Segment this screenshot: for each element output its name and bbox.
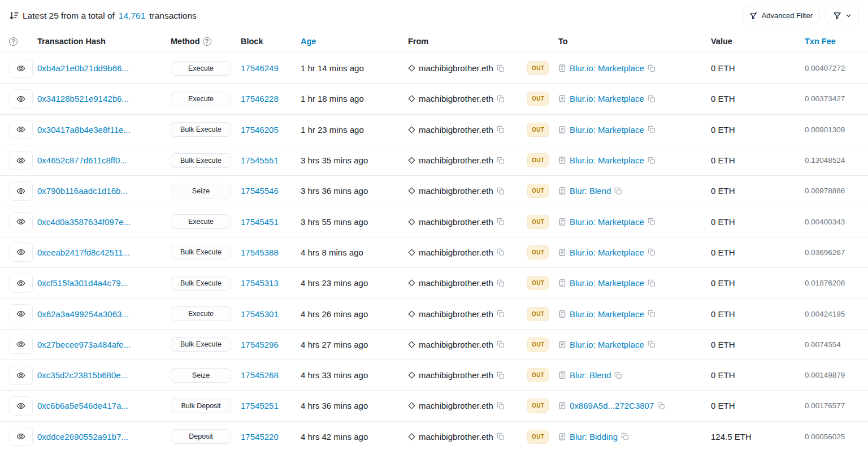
preview-transaction-button[interactable]	[9, 304, 33, 323]
transaction-hash-link[interactable]: 0x34128b521e9142b6...	[37, 94, 129, 103]
from-address-link[interactable]: machibigbrother.eth	[419, 401, 493, 410]
transaction-hash-link[interactable]: 0xeeab2417fd8c42511...	[37, 248, 130, 257]
to-address-link[interactable]: Blur.io: Marketplace	[570, 248, 644, 257]
preview-transaction-button[interactable]	[9, 335, 33, 354]
block-link[interactable]: 17545268	[241, 370, 279, 380]
from-address-link[interactable]: machibigbrother.eth	[419, 340, 493, 349]
transaction-hash-link[interactable]: 0xcf515fa301d4a4c79...	[37, 278, 128, 288]
from-address-link[interactable]: machibigbrother.eth	[419, 217, 493, 227]
copy-icon[interactable]	[648, 279, 656, 287]
filter-dropdown-button[interactable]	[826, 7, 859, 24]
copy-icon[interactable]	[621, 432, 629, 440]
block-link[interactable]: 17545388	[241, 248, 279, 257]
copy-icon[interactable]	[648, 218, 656, 226]
to-address-link[interactable]: Blur: Blend	[570, 186, 611, 196]
copy-icon[interactable]	[497, 187, 505, 195]
preview-transaction-button[interactable]	[9, 427, 33, 446]
transaction-hash-link[interactable]: 0x790b116aadc1d16b...	[37, 186, 128, 196]
transaction-hash-link[interactable]: 0x62a3a499254a3063...	[37, 309, 129, 319]
preview-transaction-button[interactable]	[9, 396, 33, 416]
from-address-link[interactable]: machibigbrother.eth	[419, 248, 493, 257]
copy-icon[interactable]	[497, 371, 505, 379]
help-question-icon[interactable]: ?	[9, 37, 18, 46]
transaction-hash-link[interactable]: 0xc6b6a5e546de417a...	[37, 401, 128, 410]
transaction-hash-link[interactable]: 0xc4d0a3587634f097e...	[37, 217, 131, 227]
preview-transaction-button[interactable]	[9, 243, 33, 262]
copy-icon[interactable]	[648, 248, 656, 256]
to-address-link[interactable]: Blur.io: Marketplace	[570, 309, 644, 319]
transaction-hash-link[interactable]: 0x27becee973a484afe...	[37, 340, 131, 349]
from-address-link[interactable]: machibigbrother.eth	[419, 370, 493, 380]
copy-icon[interactable]	[648, 95, 656, 103]
to-address-link[interactable]: Blur.io: Marketplace	[570, 340, 644, 349]
preview-transaction-button[interactable]	[9, 181, 33, 201]
from-address-link[interactable]: machibigbrother.eth	[419, 432, 493, 442]
transaction-hash-link[interactable]: 0xc35d2c23815b680e...	[37, 370, 128, 380]
preview-transaction-button[interactable]	[9, 274, 33, 293]
from-address-link[interactable]: machibigbrother.eth	[419, 125, 493, 135]
transaction-hash-link[interactable]: 0xddce2690552a91b7...	[37, 432, 128, 442]
to-address-link[interactable]: Blur.io: Marketplace	[570, 63, 644, 73]
preview-transaction-button[interactable]	[9, 366, 33, 385]
block-link[interactable]: 17545301	[241, 309, 279, 319]
preview-transaction-button[interactable]	[9, 59, 33, 78]
header-age-toggle[interactable]: Age	[301, 37, 316, 46]
block-link[interactable]: 17545296	[241, 340, 279, 349]
block-link[interactable]: 17546249	[241, 63, 279, 73]
age-text: 4 hrs 26 mins ago	[301, 309, 368, 319]
copy-icon[interactable]	[497, 432, 505, 440]
copy-icon[interactable]	[657, 402, 665, 410]
block-link[interactable]: 17545451	[241, 217, 279, 227]
transaction-hash-link[interactable]: 0x30417a8b4e3e8f11e...	[37, 125, 131, 135]
transaction-hash-link[interactable]: 0x4652c877d611c8ff0...	[37, 155, 127, 165]
preview-transaction-button[interactable]	[9, 151, 33, 170]
copy-icon[interactable]	[497, 340, 505, 348]
preview-transaction-button[interactable]	[9, 120, 33, 139]
copy-icon[interactable]	[648, 340, 656, 348]
copy-icon[interactable]	[648, 157, 656, 165]
block-link[interactable]: 17545251	[241, 401, 279, 410]
copy-icon[interactable]	[497, 126, 505, 133]
to-address-link[interactable]: Blur.io: Marketplace	[570, 155, 644, 165]
copy-icon[interactable]	[648, 126, 656, 133]
from-address-link[interactable]: machibigbrother.eth	[419, 186, 493, 196]
block-link[interactable]: 17546205	[241, 125, 279, 135]
block-link[interactable]: 17546228	[241, 94, 279, 103]
block-link[interactable]: 17545220	[241, 432, 279, 442]
copy-icon[interactable]	[648, 310, 656, 318]
from-address-link[interactable]: machibigbrother.eth	[419, 155, 493, 165]
from-address-link[interactable]: machibigbrother.eth	[419, 94, 493, 103]
to-address-link[interactable]: Blur.io: Marketplace	[570, 217, 644, 227]
block-link[interactable]: 17545313	[241, 278, 279, 288]
to-address-link[interactable]: Blur: Bidding	[570, 432, 618, 442]
to-address-link[interactable]: 0x869A5d...272C3807	[570, 401, 654, 410]
copy-icon[interactable]	[497, 248, 505, 256]
method-help-icon[interactable]: ?	[203, 37, 211, 46]
block-link[interactable]: 17545546	[241, 186, 279, 196]
copy-icon[interactable]	[497, 310, 505, 318]
copy-icon[interactable]	[497, 218, 505, 226]
copy-icon[interactable]	[497, 157, 505, 165]
copy-icon[interactable]	[497, 402, 505, 410]
copy-icon[interactable]	[614, 371, 622, 379]
transaction-hash-link[interactable]: 0xb4a21e0b21dd9b66...	[37, 63, 129, 73]
preview-transaction-button[interactable]	[9, 212, 33, 231]
total-transactions-link[interactable]: 14,761	[119, 11, 145, 21]
copy-icon[interactable]	[614, 187, 622, 195]
from-address-link[interactable]: machibigbrother.eth	[419, 278, 493, 288]
copy-icon[interactable]	[497, 95, 505, 103]
to-address-link[interactable]: Blur.io: Marketplace	[570, 125, 644, 135]
from-address-link[interactable]: machibigbrother.eth	[419, 309, 493, 319]
block-link[interactable]: 17545551	[241, 155, 279, 165]
table-row: 0x62a3a499254a3063... Execute 17545301 4…	[0, 298, 868, 329]
header-txn-fee-toggle[interactable]: Txn Fee	[805, 37, 836, 46]
copy-icon[interactable]	[648, 64, 656, 72]
copy-icon[interactable]	[497, 279, 505, 287]
copy-icon[interactable]	[497, 64, 505, 72]
from-address-link[interactable]: machibigbrother.eth	[419, 63, 493, 73]
to-address-link[interactable]: Blur: Blend	[570, 370, 611, 380]
to-address-link[interactable]: Blur.io: Marketplace	[570, 278, 644, 288]
to-address-link[interactable]: Blur.io: Marketplace	[570, 94, 644, 103]
preview-transaction-button[interactable]	[9, 89, 33, 109]
advanced-filter-button[interactable]: Advanced Filter	[742, 7, 820, 24]
